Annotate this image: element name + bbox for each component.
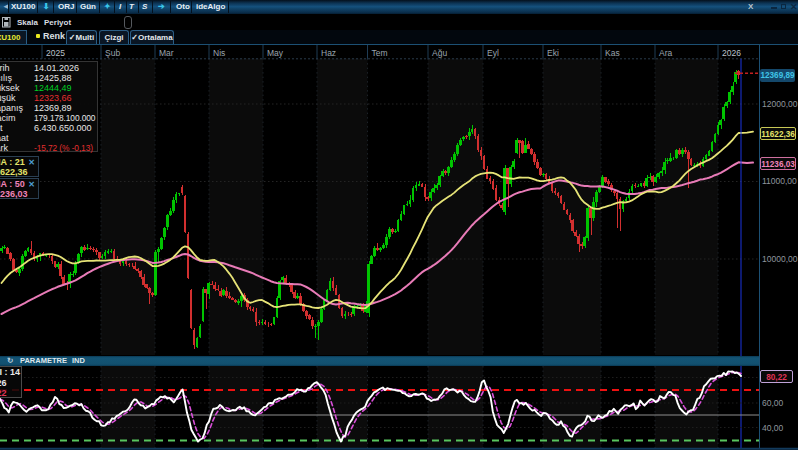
svg-text:Eki: Eki (547, 48, 559, 58)
svg-text:May: May (267, 48, 284, 58)
svg-text:Kas: Kas (605, 48, 620, 58)
svg-text:Eyl: Eyl (487, 48, 499, 58)
svg-text:2026: 2026 (722, 48, 741, 58)
svg-text:2025: 2025 (46, 48, 65, 58)
svg-text:Mar: Mar (159, 48, 174, 58)
svg-text:Ağu: Ağu (432, 48, 447, 58)
svg-text:Tem: Tem (372, 48, 388, 58)
svg-text:Şub: Şub (105, 48, 120, 58)
svg-text:Haz: Haz (321, 48, 336, 58)
svg-text:Ara: Ara (659, 48, 673, 58)
svg-text:Nis: Nis (213, 48, 225, 58)
